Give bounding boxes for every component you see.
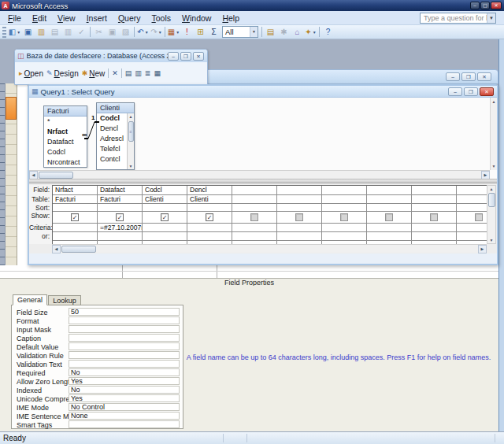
show-table-button[interactable]: ⊞ <box>194 26 207 39</box>
db-details-view-button[interactable]: ▦ <box>154 69 161 77</box>
grid-show-cell[interactable] <box>232 212 277 224</box>
field-item-dencl[interactable]: Dencl <box>97 124 127 134</box>
combo-dropdown-icon[interactable]: ▼ <box>250 27 258 37</box>
grid-criteria-cell[interactable] <box>143 224 187 232</box>
grid-or-cell[interactable] <box>367 232 412 241</box>
property-value-smart-tags[interactable] <box>69 420 180 428</box>
db-new-button[interactable]: ✱New <box>82 69 106 78</box>
field-item-codcl[interactable]: Codcl <box>97 113 127 124</box>
grid-table-cell[interactable] <box>277 195 322 204</box>
menu-view[interactable]: View <box>52 12 81 24</box>
grid-show-cell[interactable] <box>367 212 412 224</box>
tab-lookup[interactable]: Lookup <box>48 295 81 305</box>
grid-field-cell[interactable] <box>277 186 322 195</box>
menu-file[interactable]: File <box>2 12 27 24</box>
grid-show-cell[interactable] <box>457 212 487 224</box>
query-close-button[interactable]: ✕ <box>480 87 494 96</box>
grid-table-cell[interactable]: Facturi <box>98 195 143 204</box>
grid-field-cell[interactable]: Codcl <box>143 186 187 195</box>
scroll-right-icon[interactable]: ▶ <box>481 171 490 179</box>
grid-criteria-cell[interactable] <box>457 224 487 232</box>
db-close-button[interactable]: ✕ <box>193 52 204 61</box>
grid-table-cell[interactable] <box>457 195 487 204</box>
grid-sort-cell[interactable] <box>412 204 457 212</box>
grid-column[interactable] <box>457 186 487 244</box>
grid-column[interactable]: DenclClienti✓ <box>187 186 232 244</box>
properties-button[interactable]: ▤ <box>264 26 277 39</box>
db-delete-button[interactable]: ✕ <box>112 69 118 77</box>
property-value-required[interactable]: No <box>69 368 180 376</box>
property-value-validation-text[interactable] <box>69 360 180 368</box>
db-restore-button[interactable]: ❐ <box>180 52 191 61</box>
grid-column[interactable] <box>277 186 322 244</box>
grid-sort-cell[interactable] <box>457 204 487 212</box>
grid-column[interactable]: DatafactFacturi✓=#27.10.2007# <box>98 186 143 244</box>
close-button[interactable]: ✕ <box>491 2 502 9</box>
query-minimize-button[interactable]: ‒ <box>448 87 462 96</box>
menu-help[interactable]: Help <box>217 12 245 24</box>
minimize-button[interactable]: ‒ <box>470 2 480 9</box>
query-type-button[interactable]: ▦▼ <box>167 26 180 39</box>
grid-criteria-cell[interactable]: =#27.10.2007# <box>98 224 143 232</box>
grid-field-cell[interactable]: Dencl <box>187 186 232 195</box>
save-button[interactable]: ▣ <box>21 26 35 39</box>
grid-field-cell[interactable] <box>457 186 487 195</box>
menu-window[interactable]: Window <box>176 12 217 24</box>
grid-sort-cell[interactable] <box>367 204 412 212</box>
scroll-thumb[interactable] <box>61 246 96 253</box>
grid-table-cell[interactable] <box>232 195 277 204</box>
database-window-button[interactable]: ⌂ <box>291 26 304 39</box>
grid-sort-cell[interactable] <box>232 204 277 212</box>
field-list-facturi[interactable]: Facturi*NrfactDatafactCodclNrcontract <box>43 105 87 168</box>
property-value-allow-zero-length[interactable]: Yes <box>69 377 180 385</box>
table-minimize-button[interactable]: ‒ <box>446 72 460 81</box>
db-design-button[interactable]: ✎Design <box>46 69 79 78</box>
grid-show-cell[interactable]: ✓ <box>98 212 143 224</box>
file-search-button[interactable]: ▥ <box>35 26 48 39</box>
grid-show-cell[interactable]: ✓ <box>143 212 187 224</box>
view-design-button[interactable]: ◧▼ <box>8 26 21 39</box>
grid-show-cell[interactable] <box>277 212 322 224</box>
field-list-title-facturi[interactable]: Facturi <box>44 106 87 117</box>
property-value-ime-sentence-mode[interactable]: None <box>69 412 180 420</box>
table-close-button[interactable]: ✕ <box>477 72 491 81</box>
field-item-star[interactable]: * <box>44 117 87 127</box>
dropdown-arrow-icon[interactable]: ▼ <box>313 30 317 35</box>
grid-show-cell[interactable]: ✓ <box>187 212 232 224</box>
property-value-default-value[interactable] <box>69 342 180 350</box>
grid-or-cell[interactable] <box>277 232 322 241</box>
scroll-right-icon[interactable]: ▶ <box>478 245 487 253</box>
property-value-ime-mode[interactable]: No Control <box>69 403 180 411</box>
field-item-adrescl[interactable]: Adrescl <box>97 134 127 144</box>
grid-field-cell[interactable]: Datafact <box>98 186 143 195</box>
grid-field-cell[interactable] <box>367 186 412 195</box>
field-item-datafact[interactable]: Datafact <box>44 137 87 147</box>
field-item-nrcontract[interactable]: Nrcontract <box>44 157 87 168</box>
tab-general[interactable]: General <box>13 294 47 305</box>
grid-table-cell[interactable]: Clienti <box>143 195 187 204</box>
grid-column[interactable]: CodclClienti✓ <box>143 186 187 244</box>
grid-column[interactable] <box>322 186 367 244</box>
field-list-title-clienti[interactable]: Clienti <box>97 103 134 113</box>
show-checkbox[interactable]: ✓ <box>71 213 79 221</box>
property-value-field-size[interactable]: 50 <box>69 308 180 316</box>
grid-or-cell[interactable] <box>232 232 277 241</box>
property-value-input-mask[interactable] <box>69 325 180 333</box>
property-value-indexed[interactable]: No <box>69 386 180 394</box>
menu-tools[interactable]: Tools <box>146 12 177 24</box>
show-checkbox[interactable]: ✓ <box>161 213 169 221</box>
property-value-format[interactable] <box>69 316 180 324</box>
field-item-nrfact[interactable]: Nrfact <box>44 127 87 137</box>
grid-sort-cell[interactable] <box>53 204 98 212</box>
field-list-clienti[interactable]: ClientiCodclDenclAdresclTelefclContcl▲≡▼ <box>96 102 135 170</box>
grid-table-cell[interactable] <box>367 195 412 204</box>
grid-column[interactable] <box>232 186 277 244</box>
grid-criteria-cell[interactable] <box>367 224 412 232</box>
grid-column[interactable] <box>367 186 412 244</box>
property-value-caption[interactable] <box>69 334 180 342</box>
scroll-left-icon[interactable]: ◀ <box>52 245 61 253</box>
menu-edit[interactable]: Edit <box>27 12 52 24</box>
dropdown-arrow-icon[interactable]: ▼ <box>176 30 180 35</box>
help-dropdown-icon[interactable]: ▼ <box>487 13 495 23</box>
db-small-icons-button[interactable]: ▥ <box>135 69 142 77</box>
